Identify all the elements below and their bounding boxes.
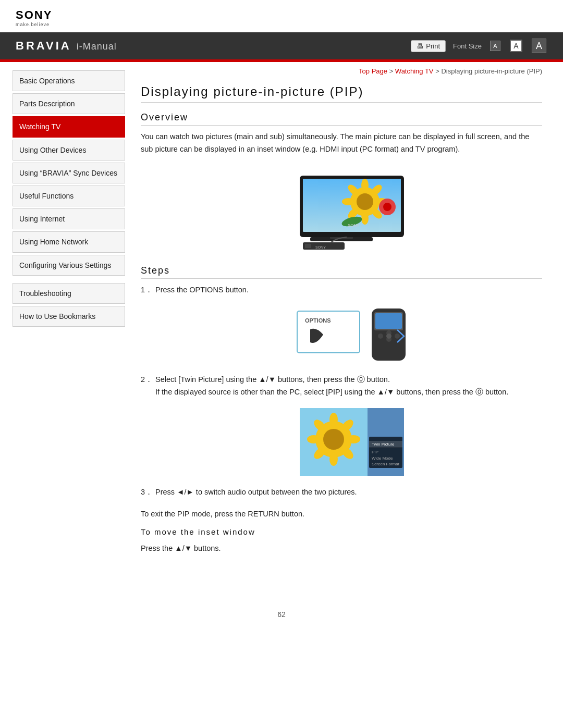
print-button[interactable]: 🖶 Print [411,40,446,52]
bravia-title: BRAVIA i-Manual [16,39,117,53]
svg-point-35 [329,413,338,426]
tv-illustration: SONY SONY [141,165,542,254]
svg-point-41 [307,435,321,443]
font-size-label: Font Size [453,42,482,50]
content-area: Top Page > Watching TV > Displaying pict… [125,62,563,574]
step-1-text: Press the OPTIONS button. [155,284,542,297]
print-label: Print [426,42,440,50]
sidebar-item-how-to-use[interactable]: How to Use Bookmarks [13,306,125,327]
step-3-num: 3． [141,486,153,499]
step-2-text: Select [Twin Picture] using the ▲/▼ butt… [155,374,542,399]
step-2-main: Select [Twin Picture] using the ▲/▼ butt… [155,375,390,384]
svg-text:PIP: PIP [372,450,378,454]
breadcrumb-top-page[interactable]: Top Page [359,67,387,75]
main-layout: Basic Operations Parts Description Watch… [0,62,563,595]
page-number: 62 [0,610,563,624]
steps-heading: Steps [141,265,542,279]
logo-area: SONY make.believe [0,0,563,32]
svg-point-34 [323,429,344,450]
step-2-num: 2． [141,374,153,386]
breadcrumb-sep2: > [434,67,442,75]
svg-point-6 [357,193,373,210]
pip-illustration: Twin Picture PIP Wide Mode Screen Format [162,408,542,476]
sidebar-item-using-other-devices[interactable]: Using Other Devices [13,140,125,161]
step-2-sub: If the displayed source is other than th… [155,388,508,396]
step-2: 2． Select [Twin Picture] using the ▲/▼ b… [141,374,542,399]
sony-brand: SONY [16,9,52,21]
svg-text:OPTIONS: OPTIONS [305,317,331,324]
print-icon: 🖶 [417,42,423,50]
svg-point-31 [386,334,391,339]
svg-rect-50 [369,441,402,447]
svg-point-39 [329,452,338,466]
svg-text:SONY: SONY [348,223,360,228]
note-text: To exit the PIP mode, press the RETURN b… [141,508,542,521]
pip-svg: Twin Picture PIP Wide Mode Screen Format [300,408,404,476]
sidebar-item-watching-tv[interactable]: Watching TV [13,116,125,137]
breadcrumb-current: Displaying picture-in-picture (PIP) [441,67,542,75]
options-svg: OPTIONS [295,306,409,363]
svg-text:Wide Mode: Wide Mode [372,456,393,461]
sidebar: Basic Operations Parts Description Watch… [0,62,125,574]
page-title: Displaying picture-in-picture (PIP) [141,84,542,103]
svg-text:Screen Format: Screen Format [372,462,400,466]
svg-point-37 [347,435,360,443]
font-large-button[interactable]: A [532,39,546,53]
imanual-label: i-Manual [77,41,117,52]
sidebar-item-configuring-settings[interactable]: Configuring Various Settings [13,255,125,276]
font-medium-button[interactable]: A [510,40,522,52]
options-illustration: OPTIONS [162,306,542,363]
sidebar-item-troubleshooting[interactable]: Troubleshooting [13,283,125,304]
svg-text:SONY: SONY [315,245,326,249]
bravia-label: BRAVIA [16,39,71,53]
breadcrumb-sep1: > [387,67,395,75]
svg-point-27 [378,334,383,339]
step-1: 1． Press the OPTIONS button. [141,284,542,297]
step-3-text: Press ◄/► to switch audio output between… [155,486,542,499]
svg-point-30 [395,334,400,339]
svg-point-7 [361,179,369,191]
breadcrumb-watching-tv[interactable]: Watching TV [395,67,434,75]
font-small-button[interactable]: A [490,41,500,51]
sony-tagline: make.believe [16,22,50,27]
sidebar-item-parts-description[interactable]: Parts Description [13,93,125,114]
sidebar-item-useful-functions[interactable]: Useful Functions [13,186,125,206]
move-text: Press the ▲/▼ buttons. [141,542,542,555]
svg-rect-20 [305,244,311,248]
top-bar-right: 🖶 Print Font Size A A A [411,39,547,53]
sony-logo: SONY make.believe [16,9,52,27]
sidebar-item-basic-operations[interactable]: Basic Operations [13,70,125,91]
breadcrumb: Top Page > Watching TV > Displaying pict… [141,67,542,75]
step-1-num: 1． [141,284,153,297]
svg-point-11 [361,212,369,225]
sidebar-item-using-internet[interactable]: Using Internet [13,208,125,229]
svg-rect-26 [375,313,402,329]
svg-point-13 [342,198,354,205]
top-bar: BRAVIA i-Manual 🖶 Print Font Size A A A [0,32,563,59]
sidebar-item-using-home-network[interactable]: Using Home Network [13,231,125,252]
svg-point-16 [383,203,391,211]
overview-heading: Overview [141,112,542,126]
step-3: 3． Press ◄/► to switch audio output betw… [141,486,542,499]
tv-svg: SONY SONY [268,165,414,254]
overview-text: You can watch two pictures (main and sub… [141,131,542,156]
sidebar-item-using-bravia-sync[interactable]: Using “BRAVIA” Sync Devices [13,163,125,183]
svg-rect-46 [369,448,402,448]
move-inset-heading: To move the inset window [141,527,542,536]
